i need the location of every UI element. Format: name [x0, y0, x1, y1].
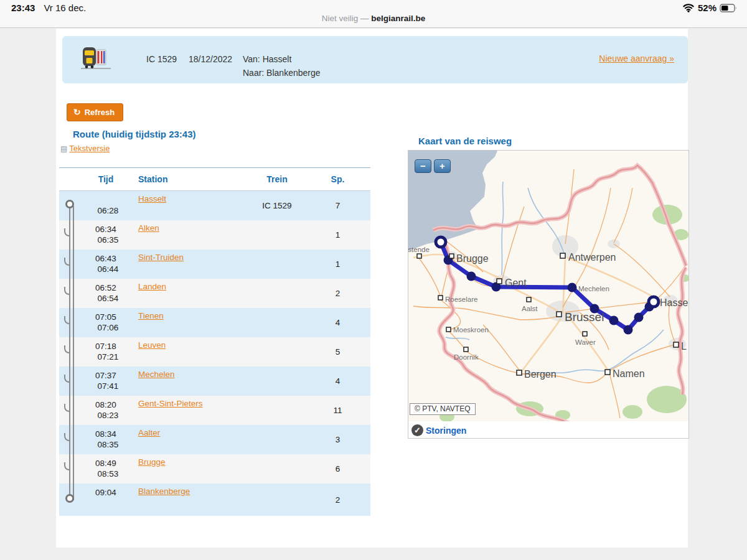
- battery-percent: 52%: [698, 2, 716, 13]
- platform-cell: 1: [305, 220, 370, 250]
- platform-cell: 1: [305, 250, 370, 279]
- city-label: Aalst: [522, 305, 538, 312]
- map-title: Kaart van de reisweg: [418, 136, 512, 146]
- map-attribution: © PTV, NAVTEQ: [410, 403, 476, 415]
- train-route: [436, 237, 659, 335]
- zoom-out-button[interactable]: −: [415, 159, 431, 173]
- platform-cell: 4: [305, 366, 370, 396]
- city-marker: [417, 254, 421, 258]
- route-title: Route (huidig tijdstip 23:43): [73, 129, 196, 139]
- table-row: 07:1807:21 Leuven 5: [59, 337, 370, 366]
- city-label: Waver: [575, 338, 596, 346]
- station-link[interactable]: Aalter: [138, 428, 160, 437]
- city-label: Roeselare: [445, 296, 477, 303]
- city-marker: [464, 347, 468, 352]
- route-stop-tick: [64, 462, 70, 470]
- station-link[interactable]: Brugge: [138, 457, 166, 467]
- col-time: Tijd: [84, 174, 128, 184]
- status-date: Vr 16 dec.: [44, 2, 86, 13]
- table-row: 08:3408:35 Aalter 3: [59, 425, 370, 454]
- status-time: 23:43: [11, 2, 35, 13]
- trip-date: 18/12/2022: [189, 54, 232, 64]
- checkbox-checked-icon[interactable]: ✓: [411, 424, 423, 436]
- city-label: Bergen: [524, 369, 557, 380]
- city-marker: [446, 327, 451, 332]
- route-stop-tick: [64, 228, 70, 236]
- document-icon: ▤: [60, 144, 67, 153]
- city-marker: [557, 312, 561, 317]
- city-label: Moeskroen: [453, 326, 489, 334]
- text-version: ▤Tekstversie: [60, 144, 110, 153]
- platform-cell: 6: [305, 454, 370, 483]
- platform-cell: 7: [305, 191, 370, 220]
- station-link[interactable]: Landen: [138, 282, 166, 291]
- city-label: Doornik: [454, 353, 479, 361]
- route-terminus-blankenberge: [436, 237, 446, 247]
- train-icon: [81, 45, 111, 72]
- route-table: Tijd Station Trein Sp. 06:28 Hasselt IC …: [59, 167, 370, 516]
- map-canvas[interactable]: Oostende Brugge Roeselare Gent Aalst Ant…: [408, 151, 688, 421]
- platform-cell: 5: [305, 337, 370, 366]
- table-header: Tijd Station Trein Sp.: [59, 167, 370, 191]
- trip-header-box: IC 1529 18/12/2022 Van: Hasselt Naar: Bl…: [62, 36, 688, 83]
- city-label: Oostende: [408, 246, 430, 253]
- platform-cell: 2: [305, 483, 370, 516]
- refresh-icon: ↻: [73, 107, 81, 117]
- route-stop-tick: [64, 404, 70, 412]
- route-stop-tick: [64, 375, 70, 383]
- city-marker: [560, 253, 565, 258]
- station-link[interactable]: Leuven: [138, 340, 166, 350]
- table-row: 07:3707:41 Mechelen 4: [59, 366, 370, 396]
- route-end-marker: [65, 494, 74, 503]
- trip-to: Naar: Blankenberge: [243, 68, 321, 78]
- new-request-link[interactable]: Nieuwe aanvraag »: [599, 54, 674, 63]
- city-label: Namen: [613, 368, 645, 379]
- route-stop-tick: [64, 345, 70, 353]
- city-marker: [674, 342, 679, 347]
- city-marker: [517, 370, 522, 375]
- platform-cell: 11: [305, 396, 370, 425]
- city-label: Brussel: [565, 310, 604, 324]
- storingen-toggle[interactable]: ✓ Storingen: [411, 424, 466, 436]
- city-label: L: [681, 341, 687, 352]
- city-marker: [527, 297, 531, 302]
- col-platform: Sp.: [305, 174, 370, 184]
- city-label: Gent: [505, 278, 527, 288]
- city-marker: [497, 279, 502, 284]
- col-train: Trein: [249, 174, 305, 184]
- station-link[interactable]: Tienen: [138, 311, 164, 320]
- platform-cell: 3: [305, 425, 370, 454]
- zoom-in-button[interactable]: +: [434, 159, 451, 173]
- table-row: 07:0507:06 Tienen 4: [59, 308, 370, 337]
- table-row: 06:3406:35 Alken 1: [59, 220, 370, 250]
- route-stop-tick: [64, 433, 70, 441]
- platform-cell: 4: [305, 308, 370, 337]
- station-link[interactable]: Mechelen: [138, 370, 175, 379]
- platform-cell: 2: [305, 279, 370, 308]
- address-bar[interactable]: Niet veilig — belgianrail.be: [0, 14, 747, 23]
- map-zoom-controls: − +: [415, 159, 451, 173]
- city-label: Brugge: [456, 253, 489, 264]
- trip-from: Van: Hasselt: [243, 54, 291, 64]
- station-link[interactable]: Gent-Sint-Pieters: [138, 399, 203, 408]
- table-row: 06:5206:54 Landen 2: [59, 279, 370, 308]
- route-terminus-hasselt: [649, 297, 659, 307]
- site-domain: belgianrail.be: [371, 14, 425, 23]
- station-link[interactable]: Alken: [138, 223, 159, 233]
- text-version-link[interactable]: Tekstversie: [69, 144, 110, 153]
- route-stop-tick: [64, 316, 70, 324]
- city-marker: [583, 332, 587, 336]
- page-content: IC 1529 18/12/2022 Van: Hasselt Naar: Bl…: [56, 29, 688, 548]
- city-marker: [438, 296, 443, 300]
- security-label: Niet veilig —: [322, 14, 369, 23]
- table-row: 08:2008:23 Gent-Sint-Pieters 11: [59, 396, 370, 425]
- station-link[interactable]: Sint-Truiden: [138, 253, 184, 262]
- route-start-marker: [65, 200, 74, 208]
- station-link[interactable]: Blankenberge: [138, 487, 190, 496]
- status-indicators: 52%: [682, 2, 738, 13]
- station-link[interactable]: Hasselt: [138, 194, 166, 203]
- col-station: Station: [128, 174, 249, 184]
- battery-icon: [720, 4, 738, 12]
- refresh-button[interactable]: ↻Refresh: [67, 103, 123, 121]
- table-row: 06:28 Hasselt IC 1529 7: [59, 191, 370, 220]
